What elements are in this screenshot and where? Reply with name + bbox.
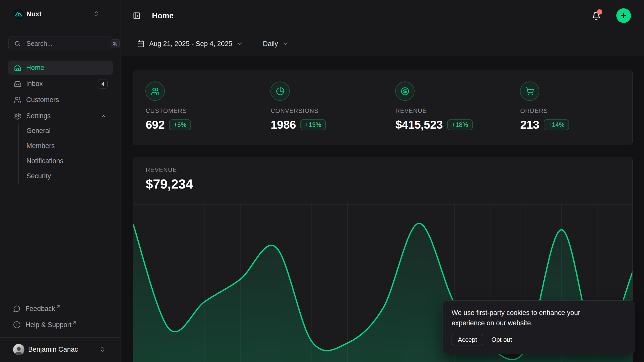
notification-dot [597, 9, 602, 15]
search-icon [14, 40, 21, 47]
period-value: Daily [263, 40, 278, 48]
calendar-icon [137, 40, 145, 48]
nuxt-logo [13, 9, 24, 19]
stat-value: 692 [146, 118, 165, 131]
page-title: Home [152, 11, 174, 20]
sidebar-item-settings[interactable]: Settings [8, 109, 113, 123]
period-select[interactable]: Daily [263, 37, 289, 50]
stat-label: REVENUE [395, 107, 427, 114]
chevron-down-icon [236, 40, 243, 47]
inbox-count-badge: 4 [98, 79, 108, 89]
sidebar-item-home[interactable]: Home [8, 61, 113, 75]
search-bar[interactable]: ⌘ K [8, 36, 112, 51]
sidebar-divider [0, 337, 120, 338]
sidebar-item-members[interactable]: Members [26, 138, 107, 153]
stat-label: ORDERS [520, 107, 548, 114]
stat-value: 1986 [271, 118, 296, 131]
panel-left-close-icon [133, 12, 141, 20]
sidebar-item-help-support[interactable]: Help & Support [8, 318, 113, 332]
accept-cookies-button[interactable]: Accept [452, 334, 483, 345]
message-bubble-icon [13, 305, 21, 312]
sidebar-item-label: Settings [26, 112, 51, 120]
optout-cookies-button[interactable]: Opt out [491, 336, 512, 343]
chevron-down-icon [282, 40, 289, 47]
info-circle-icon [13, 321, 21, 329]
date-range-picker[interactable]: Aug 21, 2025 - Sep 4, 2025 [137, 37, 243, 50]
stat-conversions: CONVERSIONS 1986 +13% [258, 70, 383, 145]
stat-delta-badge: +18% [447, 119, 473, 130]
sidebar-item-label: Inbox [26, 80, 43, 88]
sidebar-nav: Home Inbox 4 Customers Settings [8, 61, 113, 125]
sidebar-item-label: Customers [26, 96, 59, 104]
pie-chart-icon [270, 81, 290, 101]
avatar [13, 344, 24, 355]
stat-revenue: REVENUE $415,523 +18% [383, 70, 508, 145]
subnav-guide-line [18, 124, 19, 185]
cookie-banner: We use first-party cookies to enhance yo… [442, 300, 635, 354]
sidebar-item-general[interactable]: General [26, 123, 107, 138]
users-icon [14, 96, 21, 104]
stat-delta-badge: +14% [544, 119, 569, 130]
collapse-sidebar-button[interactable] [131, 10, 142, 21]
stat-customers: CUSTOMERS 692 +6% [133, 70, 258, 145]
kbd-cmd: ⌘ [111, 39, 120, 48]
revenue-label: REVENUE [146, 166, 177, 173]
sidebar-item-label: Home [26, 64, 44, 72]
search-input[interactable] [26, 40, 111, 48]
shopping-cart-icon [520, 81, 539, 101]
chevron-up-icon [100, 113, 107, 119]
external-link-icon [72, 320, 77, 325]
sidebar-item-notifications[interactable]: Notifications [26, 153, 107, 168]
external-link-icon [56, 304, 61, 309]
plus-icon [620, 12, 627, 19]
top-header: Home [121, 0, 644, 31]
stat-delta-badge: +13% [300, 119, 326, 130]
sidebar-item-feedback[interactable]: Feedback [8, 301, 113, 316]
stats-row: CUSTOMERS 692 +6% CONVERSIONS 1986 +13% … [133, 70, 633, 145]
date-range-value: Aug 21, 2025 - Sep 4, 2025 [149, 40, 232, 48]
gear-icon [14, 112, 21, 120]
user-name: Benjamin Canac [28, 346, 78, 353]
chevrons-up-down-icon [93, 11, 100, 17]
stat-label: CUSTOMERS [146, 107, 187, 114]
sidebar-item-inbox[interactable]: Inbox 4 [8, 77, 113, 91]
team-selector[interactable]: Nuxt [5, 7, 111, 24]
stat-value: 213 [520, 118, 539, 131]
stat-value: $415,523 [395, 118, 443, 131]
stat-label: CONVERSIONS [271, 107, 319, 114]
revenue-total-value: $79,234 [146, 176, 193, 192]
cookie-message: We use first-party cookies to enhance yo… [452, 308, 613, 328]
home-icon [14, 64, 21, 72]
inbox-icon [14, 80, 21, 88]
notifications-button[interactable] [591, 10, 602, 21]
dollar-circle-icon [395, 81, 415, 101]
sidebar-item-label: Help & Support [25, 321, 71, 329]
sidebar-item-customers[interactable]: Customers [8, 93, 113, 107]
chevrons-up-down-icon [99, 346, 106, 352]
add-button[interactable] [616, 8, 631, 23]
team-name: Nuxt [26, 10, 42, 18]
sidebar-item-security[interactable]: Security [26, 168, 107, 184]
toolbar: Aug 21, 2025 - Sep 4, 2025 Daily [121, 31, 644, 56]
sidebar-item-label: Feedback [25, 305, 55, 313]
user-menu[interactable]: Benjamin Canac [5, 341, 116, 358]
users-icon [145, 81, 165, 101]
stat-orders: ORDERS 213 +14% [508, 70, 632, 145]
sidebar: Nuxt ⌘ K Home Inbox 4 [0, 0, 120, 362]
stat-delta-badge: +6% [169, 119, 191, 130]
